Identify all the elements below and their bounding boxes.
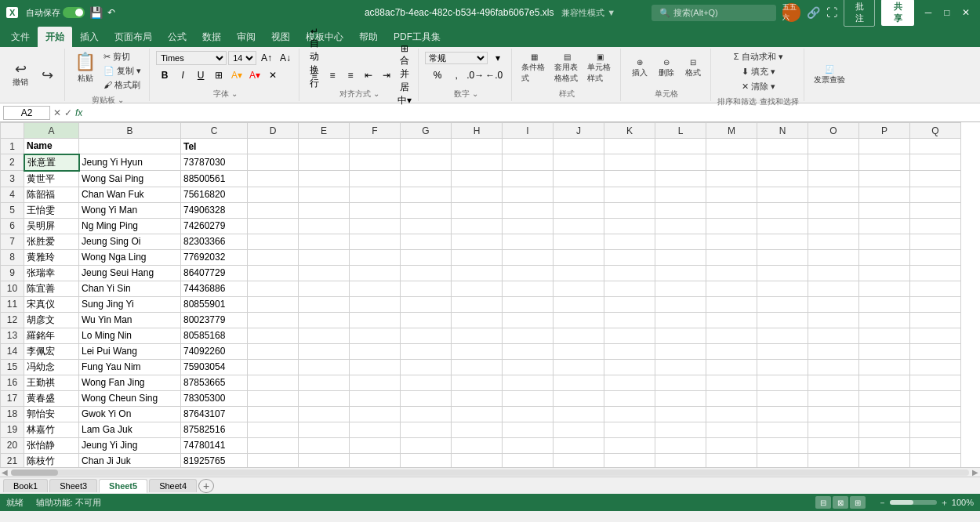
close-button[interactable]: ✕ xyxy=(958,5,974,20)
cell-K4[interactable] xyxy=(604,187,655,202)
cell-D15[interactable] xyxy=(248,359,299,375)
cell-D3[interactable] xyxy=(248,171,299,187)
cell-I18[interactable] xyxy=(503,406,554,422)
cell-L13[interactable] xyxy=(655,328,706,343)
cell-C9[interactable]: 86407729 xyxy=(181,265,248,281)
cell-I1[interactable] xyxy=(503,139,554,154)
align-right-button[interactable]: ≡ xyxy=(342,67,359,83)
undo-icon-title[interactable]: ↶ xyxy=(107,7,115,18)
cell-D20[interactable] xyxy=(248,437,299,453)
cell-G5[interactable] xyxy=(401,202,452,218)
cell-Q2[interactable] xyxy=(910,154,961,171)
cell-C13[interactable]: 80585168 xyxy=(181,328,248,343)
cell-L14[interactable] xyxy=(655,343,706,359)
row-header-11[interactable]: 11 xyxy=(1,296,24,312)
cell-Q1[interactable] xyxy=(910,139,961,154)
cell-O21[interactable] xyxy=(808,453,859,467)
cell-G3[interactable] xyxy=(401,171,452,187)
cell-J14[interactable] xyxy=(554,343,604,359)
row-header-3[interactable]: 3 xyxy=(1,171,24,187)
cell-I20[interactable] xyxy=(503,437,554,453)
col-header-P[interactable]: P xyxy=(859,123,910,139)
cell-I15[interactable] xyxy=(503,359,554,375)
cell-K5[interactable] xyxy=(604,202,655,218)
cell-H10[interactable] xyxy=(452,281,503,296)
cell-B4[interactable]: Chan Wan Fuk xyxy=(79,187,181,202)
sheet-tab-sheet4[interactable]: Sheet4 xyxy=(149,479,197,492)
cell-E10[interactable] xyxy=(299,281,350,296)
italic-button[interactable]: I xyxy=(174,67,191,83)
cell-O5[interactable] xyxy=(808,202,859,218)
cell-P4[interactable] xyxy=(859,187,910,202)
cell-L5[interactable] xyxy=(655,202,706,218)
cell-E17[interactable] xyxy=(299,390,350,406)
cell-E2[interactable] xyxy=(299,154,350,171)
cell-F6[interactable] xyxy=(350,218,401,234)
cell-I21[interactable] xyxy=(503,453,554,467)
cell-D5[interactable] xyxy=(248,202,299,218)
tab-home[interactable]: 开始 xyxy=(38,27,72,47)
cell-L1[interactable] xyxy=(655,139,706,154)
cell-I3[interactable] xyxy=(503,171,554,187)
cell-J4[interactable] xyxy=(554,187,604,202)
cell-O20[interactable] xyxy=(808,437,859,453)
sheet-tab-sheet5[interactable]: Sheet5 xyxy=(99,479,147,493)
row-header-17[interactable]: 17 xyxy=(1,390,24,406)
cell-D11[interactable] xyxy=(248,296,299,312)
cell-C12[interactable]: 80023779 xyxy=(181,312,248,328)
page-layout-view-button[interactable]: ⊠ xyxy=(833,496,848,509)
col-header-O[interactable]: O xyxy=(808,123,859,139)
cell-H15[interactable] xyxy=(452,359,503,375)
cell-L21[interactable] xyxy=(655,453,706,467)
cell-E4[interactable] xyxy=(299,187,350,202)
cell-P19[interactable] xyxy=(859,422,910,437)
cell-A9[interactable]: 张瑞幸 xyxy=(24,265,79,281)
cell-P10[interactable] xyxy=(859,281,910,296)
cell-L4[interactable] xyxy=(655,187,706,202)
minimize-button[interactable]: ─ xyxy=(920,5,936,20)
cell-E14[interactable] xyxy=(299,343,350,359)
cell-G18[interactable] xyxy=(401,406,452,422)
cell-G20[interactable] xyxy=(401,437,452,453)
cell-A17[interactable]: 黄春盛 xyxy=(24,390,79,406)
cell-D9[interactable] xyxy=(248,265,299,281)
col-header-N[interactable]: N xyxy=(757,123,808,139)
cell-B2[interactable]: Jeung Yi Hyun xyxy=(79,154,181,171)
cell-N10[interactable] xyxy=(757,281,808,296)
cell-N14[interactable] xyxy=(757,343,808,359)
cell-Q20[interactable] xyxy=(910,437,961,453)
cell-D18[interactable] xyxy=(248,406,299,422)
cell-E7[interactable] xyxy=(299,234,350,249)
thousand-sep-button[interactable]: , xyxy=(448,67,465,83)
tab-pagelayout[interactable]: 页面布局 xyxy=(107,27,160,47)
col-header-M[interactable]: M xyxy=(706,123,757,139)
tab-data[interactable]: 数据 xyxy=(194,27,229,47)
cell-F10[interactable] xyxy=(350,281,401,296)
cell-D4[interactable] xyxy=(248,187,299,202)
cell-I5[interactable] xyxy=(503,202,554,218)
cell-I12[interactable] xyxy=(503,312,554,328)
cell-M17[interactable] xyxy=(706,390,757,406)
cell-H14[interactable] xyxy=(452,343,503,359)
maximize-button[interactable]: □ xyxy=(939,5,955,20)
cell-P16[interactable] xyxy=(859,375,910,390)
cell-J9[interactable] xyxy=(554,265,604,281)
cell-N11[interactable] xyxy=(757,296,808,312)
cell-D7[interactable] xyxy=(248,234,299,249)
scroll-left-arrow[interactable]: ◀ xyxy=(2,468,8,477)
cell-A19[interactable]: 林嘉竹 xyxy=(24,422,79,437)
tab-help[interactable]: 帮助 xyxy=(351,27,386,47)
cell-A12[interactable]: 胡彦文 xyxy=(24,312,79,328)
cell-I13[interactable] xyxy=(503,328,554,343)
cell-A11[interactable]: 宋真仪 xyxy=(24,296,79,312)
cell-I10[interactable] xyxy=(503,281,554,296)
cell-H2[interactable] xyxy=(452,154,503,171)
cell-C5[interactable]: 74906328 xyxy=(181,202,248,218)
row-header-7[interactable]: 7 xyxy=(1,234,24,249)
cell-K3[interactable] xyxy=(604,171,655,187)
col-header-C[interactable]: C xyxy=(181,123,248,139)
cell-M15[interactable] xyxy=(706,359,757,375)
cell-G2[interactable] xyxy=(401,154,452,171)
cell-B18[interactable]: Gwok Yi On xyxy=(79,406,181,422)
cell-P21[interactable] xyxy=(859,453,910,467)
